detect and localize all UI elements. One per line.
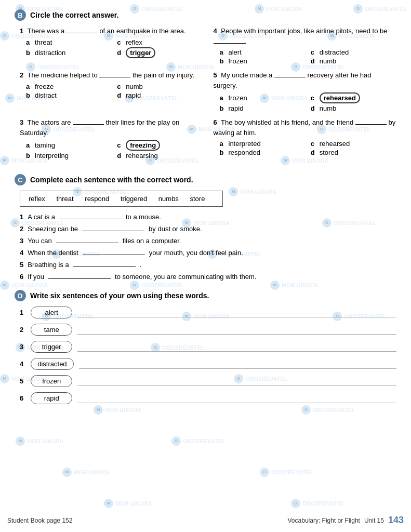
write-line-d3[interactable] bbox=[77, 342, 396, 352]
write-line-d4[interactable] bbox=[79, 360, 396, 369]
option-5c[interactable]: c rehearsed bbox=[311, 92, 396, 103]
write-line-d6[interactable] bbox=[77, 394, 396, 403]
option-2c[interactable]: c numb bbox=[117, 83, 203, 90]
footer: Student Book page 152 Vocabulary: Fight … bbox=[0, 515, 411, 526]
blank-c1 bbox=[59, 219, 122, 219]
question-5-options: a frozen c rehearsed b rapid d numb bbox=[220, 92, 397, 112]
sentence-list-c: 1 A cat is a to a mouse. 2 Sneezing can … bbox=[20, 213, 396, 281]
word-bank-item: threat bbox=[56, 195, 73, 203]
footer-right: Vocabulary: Fight or Flight Unit 15 143 bbox=[288, 515, 404, 526]
option-1a[interactable]: a threat bbox=[26, 38, 112, 46]
sentence-c3: 3 You can files on a computer. bbox=[20, 237, 396, 245]
word-sentence-d5: 5 frozen bbox=[20, 375, 396, 387]
option-3b[interactable]: b interpreting bbox=[26, 152, 112, 159]
option-4c[interactable]: c distracted bbox=[311, 48, 396, 56]
option-5d[interactable]: d numb bbox=[311, 104, 396, 112]
option-6c[interactable]: c rehearsed bbox=[311, 140, 396, 148]
word-sentence-list-d: 1 alert 2 tame 3 trigger 4 distracted 5 bbox=[20, 307, 396, 404]
word-sentence-d1: 1 alert bbox=[20, 307, 396, 318]
question-5: 5 My uncle made a recovery after he had … bbox=[214, 70, 397, 112]
option-1c[interactable]: c reflex bbox=[117, 38, 203, 46]
option-3c[interactable]: c freezing bbox=[117, 140, 203, 151]
footer-unit: Unit 15 bbox=[364, 517, 384, 524]
watermark: O OBOZREVATEL bbox=[171, 436, 225, 446]
watermark: М МОЯ ШКОЛА bbox=[104, 499, 152, 508]
footer-vocab-label: Vocabulary: Fight or Flight bbox=[288, 517, 360, 524]
question-3-text: 3 The actors are their lines for the pla… bbox=[20, 117, 203, 138]
option-6d[interactable]: d stored bbox=[311, 149, 396, 156]
word-bank: reflex threat respond triggered numbs st… bbox=[20, 191, 223, 207]
question-4-text: 4 People with important jobs, like airli… bbox=[214, 26, 397, 46]
word-sentence-d2: 2 tame bbox=[20, 324, 396, 336]
section-b-header: B Circle the correct answer. bbox=[15, 9, 396, 21]
section-d-circle: D bbox=[15, 290, 26, 301]
section-b: B Circle the correct answer. 1 There was… bbox=[15, 9, 396, 165]
blank-c5 bbox=[73, 267, 136, 267]
section-d-header: D Write six sentences of your own using … bbox=[15, 290, 396, 301]
word-tag-d6: rapid bbox=[31, 392, 72, 404]
blank bbox=[99, 77, 130, 77]
option-6b[interactable]: b responded bbox=[220, 149, 306, 156]
section-b-circle: B bbox=[15, 9, 26, 21]
option-5a[interactable]: a frozen bbox=[220, 92, 306, 103]
option-6a[interactable]: a interpreted bbox=[220, 140, 306, 148]
question-4-options: a alert c distracted b frozen d numb bbox=[220, 48, 397, 65]
question-1-text: 1 There was a of an earthquake in the ar… bbox=[20, 26, 203, 36]
word-sentence-d4: 4 distracted bbox=[20, 358, 396, 370]
footer-left: Student Book page 152 bbox=[7, 517, 72, 524]
option-3a[interactable]: a taming bbox=[26, 140, 112, 151]
write-line-d5[interactable] bbox=[77, 377, 396, 386]
section-d: D Write six sentences of your own using … bbox=[15, 290, 396, 404]
watermark: O OBOZREVATEL bbox=[291, 499, 344, 508]
blank bbox=[355, 124, 387, 125]
question-6-text: 6 The boy whistled at his friend, and th… bbox=[214, 117, 397, 138]
word-tag-d1: alert bbox=[31, 307, 72, 318]
section-c-circle: C bbox=[15, 174, 26, 185]
blank-c6 bbox=[48, 278, 111, 279]
word-bank-item: triggered bbox=[121, 195, 147, 203]
option-1d[interactable]: d trigger bbox=[117, 47, 203, 58]
sentence-c5: 5 Breathing is a . bbox=[20, 261, 396, 269]
question-2: 2 The medicine helped to the pain of my … bbox=[20, 70, 203, 112]
blank-c4 bbox=[83, 255, 145, 255]
write-line-d1[interactable] bbox=[77, 308, 396, 317]
blank bbox=[73, 124, 104, 125]
word-tag-d3: trigger bbox=[31, 341, 72, 353]
option-2a[interactable]: a freeze bbox=[26, 83, 112, 90]
option-4d[interactable]: d numb bbox=[311, 57, 396, 65]
page-content: B Circle the correct answer. 1 There was… bbox=[0, 0, 411, 419]
blank-c3 bbox=[56, 243, 118, 243]
option-4b[interactable]: b frozen bbox=[220, 57, 306, 65]
question-3: 3 The actors are their lines for the pla… bbox=[20, 117, 203, 159]
word-tag-d2: tame bbox=[31, 324, 72, 336]
section-b-title: Circle the correct answer. bbox=[30, 11, 118, 19]
option-2b[interactable]: b distract bbox=[26, 91, 112, 99]
option-4a[interactable]: a alert bbox=[220, 48, 306, 56]
question-1-options: a threat c reflex b distraction d trigge… bbox=[26, 38, 203, 58]
question-6-options: a interpreted c rehearsed b responded d … bbox=[220, 140, 397, 156]
write-line-d2[interactable] bbox=[77, 325, 396, 335]
word-bank-item: store bbox=[190, 195, 205, 203]
option-3d[interactable]: d rehearsing bbox=[117, 152, 203, 159]
option-2d[interactable]: d rapid bbox=[117, 91, 203, 99]
question-1: 1 There was a of an earthquake in the ar… bbox=[20, 26, 203, 65]
footer-page-number: 143 bbox=[388, 515, 404, 526]
word-sentence-d6: 6 rapid bbox=[20, 392, 396, 404]
section-c: C Complete each sentence with the correc… bbox=[15, 174, 396, 281]
sentence-c1: 1 A cat is a to a mouse. bbox=[20, 213, 396, 221]
blank-c2 bbox=[82, 231, 144, 231]
watermark: М МОЯ ШКОЛА bbox=[62, 468, 110, 477]
word-tag-d4: distracted bbox=[31, 358, 73, 370]
blank bbox=[214, 43, 245, 44]
word-bank-item: respond bbox=[85, 195, 109, 203]
word-bank-item: reflex bbox=[29, 195, 45, 203]
blank bbox=[274, 77, 306, 77]
question-5-text: 5 My uncle made a recovery after he had … bbox=[214, 70, 397, 90]
question-3-options: a taming c freezing b interpreting d reh… bbox=[26, 140, 203, 159]
word-tag-d5: frozen bbox=[31, 375, 72, 387]
watermark: М МОЯ ШКОЛА bbox=[16, 436, 63, 446]
question-2-text: 2 The medicine helped to the pain of my … bbox=[20, 70, 203, 81]
option-1b[interactable]: b distraction bbox=[26, 47, 112, 58]
option-5b[interactable]: b rapid bbox=[220, 104, 306, 112]
section-c-title: Complete each sentence with the correct … bbox=[30, 176, 193, 184]
